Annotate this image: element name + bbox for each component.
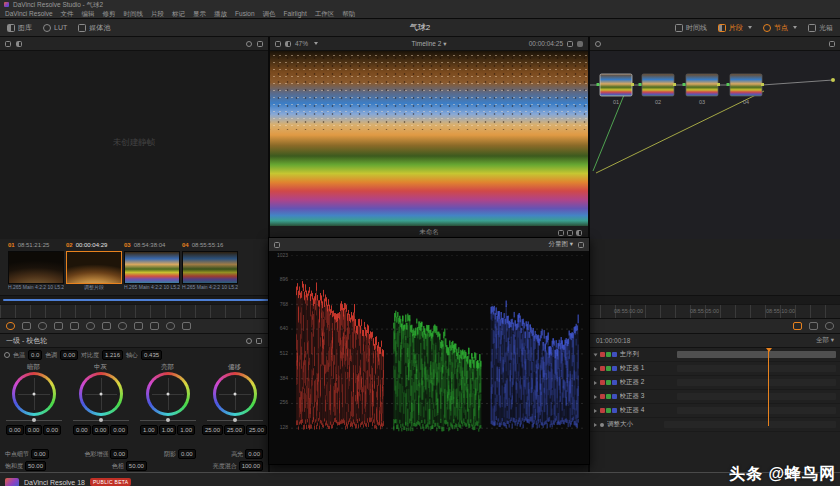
- menu-item[interactable]: 编辑: [82, 9, 95, 18]
- menu-item[interactable]: 工作区: [315, 9, 335, 18]
- hue-value[interactable]: 50.00: [126, 461, 147, 471]
- viewer-timecode[interactable]: 00:00:04:25: [529, 40, 563, 47]
- keyframe-track[interactable]: 调整大小: [590, 418, 840, 432]
- node-box[interactable]: 02: [639, 74, 677, 105]
- keyframe-lane[interactable]: [677, 351, 837, 358]
- gain-wheel[interactable]: [146, 372, 190, 416]
- lift-b-value[interactable]: 0.00: [43, 425, 61, 435]
- expand-icon[interactable]: [594, 381, 597, 385]
- qualifier-tab-icon[interactable]: [118, 322, 127, 330]
- temp-value[interactable]: 0.0: [28, 350, 42, 360]
- offset-r-value[interactable]: 25.00: [202, 425, 223, 435]
- menu-item[interactable]: 播放: [214, 9, 227, 18]
- expand-icon[interactable]: [594, 353, 598, 356]
- highlights-value[interactable]: 0.00: [245, 449, 263, 459]
- nodes-button[interactable]: 节点: [763, 23, 797, 33]
- scopes-header[interactable]: 分量图 ▾: [269, 238, 589, 251]
- keyframe-lane[interactable]: [677, 407, 837, 414]
- viewer-image[interactable]: [270, 51, 588, 226]
- gain-g-value[interactable]: 1.00: [159, 425, 177, 435]
- palette-options-icon[interactable]: [256, 338, 262, 344]
- expand-icon[interactable]: [594, 367, 597, 371]
- tint-value[interactable]: 0.00: [60, 350, 78, 360]
- clip-thumbnail[interactable]: H.265 Main 4:2:2 10 L5.2: [182, 251, 238, 295]
- menu-item[interactable]: 修剪: [103, 9, 116, 18]
- gamma-r-value[interactable]: 0.00: [73, 425, 91, 435]
- lift-g-value[interactable]: 0.00: [25, 425, 43, 435]
- window-tab-icon[interactable]: [134, 322, 143, 330]
- full-viewer-icon[interactable]: [576, 230, 582, 236]
- hdr-tab-icon[interactable]: [38, 322, 47, 330]
- offset-g-value[interactable]: 25.00: [224, 425, 245, 435]
- lift-r-value[interactable]: 0.00: [6, 425, 24, 435]
- wipe-mode-icon[interactable]: [275, 41, 281, 47]
- contrast-value[interactable]: 1.216: [102, 350, 123, 360]
- wheels-bars-toggle-icon[interactable]: [4, 352, 10, 358]
- clip-thumbnail[interactable]: H.265 Main 4:2:2 10 L5.2: [8, 251, 64, 295]
- keyframes-tab-icon[interactable]: [793, 322, 802, 330]
- blur-tab-icon[interactable]: [166, 322, 175, 330]
- cinema-viewer-icon[interactable]: [558, 230, 564, 236]
- enhanced-viewer-icon[interactable]: [567, 230, 573, 236]
- gallery-options-icon[interactable]: [257, 41, 263, 47]
- keyframe-lane[interactable]: [677, 393, 837, 400]
- node-options-icon[interactable]: [829, 41, 835, 47]
- expand-viewer-icon[interactable]: [577, 41, 583, 47]
- keyframes-timecode[interactable]: 01:00:00:18: [596, 337, 630, 344]
- keyframe-track[interactable]: 校正器 3: [590, 390, 840, 404]
- rgb-mixer-tab-icon[interactable]: [54, 322, 63, 330]
- lut-button[interactable]: LUT: [43, 23, 67, 33]
- clip-thumbnail-selected[interactable]: 调整片段: [66, 251, 122, 295]
- offset-master-slider[interactable]: [207, 417, 263, 423]
- gamma-master-slider[interactable]: [73, 417, 129, 423]
- saturation-value[interactable]: 50.00: [25, 461, 46, 471]
- color-warper-tab-icon[interactable]: [102, 322, 111, 330]
- menu-item[interactable]: 显示: [193, 9, 206, 18]
- image-wipe-icon[interactable]: [285, 41, 291, 47]
- timeline-button[interactable]: 时间线: [675, 23, 707, 33]
- menu-item[interactable]: 文件: [61, 9, 74, 18]
- menu-item[interactable]: 帮助: [342, 9, 355, 18]
- media-pool-button[interactable]: 媒体池: [78, 23, 110, 33]
- gallery-filter-icon[interactable]: [246, 41, 252, 47]
- expand-icon[interactable]: [594, 409, 597, 413]
- node-canvas[interactable]: 01 02 03 04: [590, 51, 840, 239]
- primaries-bars-tab-icon[interactable]: [22, 322, 31, 330]
- scope-type-select[interactable]: 分量图 ▾: [548, 240, 573, 249]
- keyframes-filter-select[interactable]: 全部 ▾: [816, 336, 834, 345]
- gain-r-value[interactable]: 1.00: [140, 425, 158, 435]
- lum-mix-value[interactable]: 100.00: [239, 461, 263, 471]
- keyframe-playhead[interactable]: [768, 348, 769, 426]
- scopes-tab-icon[interactable]: [809, 322, 818, 330]
- keyframe-track[interactable]: 校正器 4: [590, 404, 840, 418]
- clip-thumbnail[interactable]: H.265 Main 4:2:2 10 L5.2: [124, 251, 180, 295]
- menu-item[interactable]: Fairlight: [284, 9, 307, 18]
- gallery-button[interactable]: 图库: [7, 23, 32, 33]
- node-add-icon[interactable]: [595, 41, 601, 47]
- clips-button[interactable]: 片段: [718, 23, 752, 33]
- lightbox-button[interactable]: 光箱: [808, 23, 833, 33]
- menu-item[interactable]: 片段: [151, 9, 164, 18]
- color-wheels-tab-icon[interactable]: [6, 322, 15, 330]
- keyframe-lane[interactable]: [677, 379, 837, 386]
- split-screen-icon[interactable]: [567, 41, 573, 47]
- offset-wheel[interactable]: [213, 372, 257, 416]
- menu-item[interactable]: 调色: [263, 9, 276, 18]
- menu-item[interactable]: DaVinci Resolve: [5, 9, 53, 18]
- keyframe-track[interactable]: 校正器 2: [590, 376, 840, 390]
- pivot-value[interactable]: 0.435: [141, 350, 162, 360]
- menu-item[interactable]: 标记: [172, 9, 185, 18]
- info-tab-icon[interactable]: [825, 322, 834, 330]
- gain-master-slider[interactable]: [140, 417, 196, 423]
- gamma-b-value[interactable]: 0.00: [110, 425, 128, 435]
- gamma-wheel[interactable]: [79, 372, 123, 416]
- gain-b-value[interactable]: 1.00: [177, 425, 195, 435]
- sizing-tab-icon[interactable]: [182, 322, 191, 330]
- color-boost-value[interactable]: 0.00: [110, 449, 128, 459]
- curves-tab-icon[interactable]: [86, 322, 95, 330]
- node-box[interactable]: 03: [683, 74, 721, 105]
- menu-item[interactable]: 时间线: [124, 9, 144, 18]
- keyframe-lane[interactable]: [664, 421, 836, 428]
- gamma-g-value[interactable]: 0.00: [92, 425, 110, 435]
- menu-item[interactable]: Fusion: [235, 9, 255, 18]
